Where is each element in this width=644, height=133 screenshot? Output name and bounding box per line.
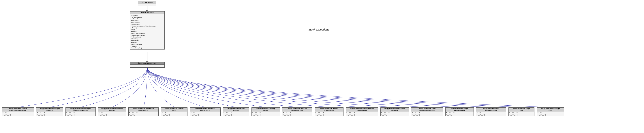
nice-exception-attrs: - m_stack - s_exceptions — [130, 14, 164, 19]
child-box-disturbance-int: lacspy.interaction.DisturbanceIntError +… — [98, 107, 126, 116]
diagram-container: std::exception Nice::Exception - m_stack… — [0, 0, 644, 133]
nice-exception-methods: + toString() + Exception() + Exception()… — [130, 19, 164, 49]
std-exception-box: std::exception — [138, 1, 156, 6]
iacspy-interaction-error-title: lacspy.Interaction Error — [130, 62, 164, 65]
child-box-distslopes-block: lacspy.interaction.DistSlopesBlockError … — [36, 107, 63, 116]
child-box-ringbuffer-size: lacspy.interaction.RingBufferSizeError +… — [380, 107, 409, 116]
child-box-wfstype: lacspy.interaction.WFSTypeError + __str_… — [537, 107, 564, 116]
child-box-single-error: lacspy.interaction.SingleError + __str__… — [508, 107, 534, 116]
child-box-analyze-disturbance: lacspy.interaction.AnalyzeDisturbanceSlo… — [2, 107, 34, 116]
iacspy-interaction-error-box: lacspy.Interaction Error — [130, 62, 164, 68]
child-box-slope-blockid: lacspy.interaction.SlopeBlockIdentificat… — [411, 107, 443, 116]
child-box-slope-display-int: lacspy.interaction.SlopeDisplayIntError … — [445, 107, 474, 116]
child-box-disturbance-slopes: lacspy.interaction.DisturbanceSlopesIntE… — [128, 107, 158, 116]
nice-exception-box: Nice::Exception - m_stack - s_exceptions… — [130, 11, 164, 49]
child-box-modal-amp: lacspy.interaction.ModalAmpError + __str… — [223, 107, 249, 116]
nice-exception-title: Nice::Exception — [130, 11, 164, 14]
child-box-slope-display-table: lacspy.interaction.SlopeDisplayTableErro… — [476, 107, 506, 116]
child-box-modamp-scalefactor: lacspy.interaction.ModAmpScaleFactorErro… — [282, 107, 312, 116]
stack-exceptions-label: Stack exceptions — [308, 28, 329, 31]
child-box-filesfile: lacspy.interaction.FilesFileError + __st… — [161, 107, 188, 116]
std-exception-title: std::exception — [138, 1, 156, 4]
child-box-number-offmodes: lacspy.interaction.NumberOffModesError +… — [314, 107, 344, 116]
child-box-modamp-int: lacspy.interaction.ModAmpIntError + __st… — [252, 107, 280, 116]
child-box-distslopes-blockoutof: lacspy.interaction.DistSlopesBlockOutOfS… — [66, 107, 96, 116]
child-box-reconstruction-matrix: lacspy.interaction.ReconstructionMatrixI… — [346, 107, 378, 116]
child-box-interaction-matrix: lacspy.interaction.InteractionMatrixIntE… — [190, 107, 220, 116]
